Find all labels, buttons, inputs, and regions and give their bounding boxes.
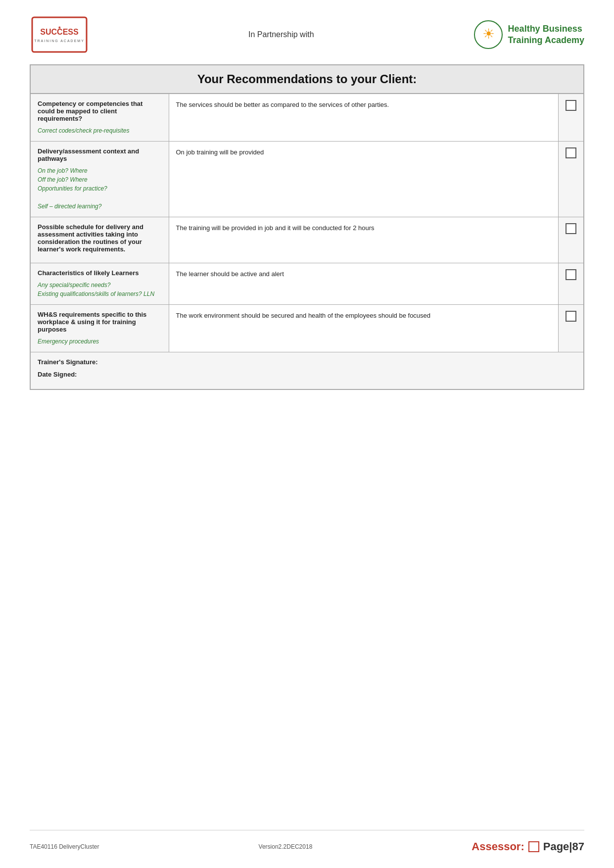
- success-logo: ★ SUCCESS TRAINING ACADEMY: [30, 15, 89, 54]
- assessor-block: Assessor: Page|87: [472, 840, 584, 853]
- row2-label-main: Delivery/assessment context and pathways: [38, 147, 162, 162]
- row1-checkbox-cell: [559, 94, 584, 142]
- row2-checkbox[interactable]: [566, 147, 576, 158]
- row1-label-sub: Correct codes/check pre-requisites: [38, 126, 162, 135]
- hbta-icon: ☀: [473, 20, 503, 49]
- page: ★ SUCCESS TRAINING ACADEMY In Partnershi…: [0, 0, 614, 868]
- row5-checkbox[interactable]: [566, 311, 576, 322]
- assessor-label: Assessor:: [472, 840, 524, 853]
- table-row: Delivery/assessment context and pathways…: [30, 142, 584, 217]
- row5-label-sub: Emergency procedures: [38, 337, 162, 346]
- row4-label-sub: Any special/specific needs? Existing qua…: [38, 281, 162, 298]
- row4-label-main: Characteristics of likely Learners: [38, 269, 162, 277]
- hbta-logo: ☀ Healthy Business Training Academy: [473, 20, 584, 49]
- row2-label: Delivery/assessment context and pathways…: [30, 142, 169, 217]
- row1-label: Competency or competencies that could be…: [30, 94, 169, 142]
- row1-content: The services should be better as compare…: [169, 94, 559, 142]
- row2-content: On job training will be provided: [169, 142, 559, 217]
- row5-label-main: WH&S requirements specific to this workp…: [38, 311, 162, 333]
- recommendations-table: Your Recommendations to your Client: Com…: [30, 64, 584, 390]
- table-row: WH&S requirements specific to this workp…: [30, 305, 584, 352]
- trainer-signature-label: Trainer's Signature:: [38, 358, 576, 366]
- table-row: Competency or competencies that could be…: [30, 94, 584, 142]
- footer: TAE40116 DeliveryCluster Version2.2DEC20…: [30, 830, 584, 853]
- row3-label-main: Possible schedule for delivery and asses…: [38, 223, 162, 253]
- footer-page-label: Page|87: [543, 840, 584, 853]
- table-title-row: Your Recommendations to your Client:: [30, 65, 584, 94]
- footer-version: Version2.2DEC2018: [259, 843, 313, 850]
- table-row: Characteristics of likely Learners Any s…: [30, 263, 584, 305]
- header-left: ★ SUCCESS TRAINING ACADEMY: [30, 15, 89, 54]
- row2-checkbox-cell: [559, 142, 584, 217]
- hbta-brand-name: Healthy Business Training Academy: [508, 23, 584, 47]
- svg-text:TRAINING ACADEMY: TRAINING ACADEMY: [34, 39, 85, 43]
- row5-content: The work environment should be secured a…: [169, 305, 559, 352]
- svg-text:☀: ☀: [482, 26, 494, 42]
- table-title: Your Recommendations to your Client:: [30, 65, 584, 94]
- row4-label: Characteristics of likely Learners Any s…: [30, 263, 169, 305]
- row2-label-sub: On the job? Where Off the job? Where Opp…: [38, 166, 162, 211]
- svg-text:SUCCESS: SUCCESS: [40, 28, 79, 36]
- row1-label-main: Competency or competencies that could be…: [38, 100, 162, 122]
- row3-content: The training will be provided in job and…: [169, 217, 559, 263]
- row4-content: The learner should be active and alert: [169, 263, 559, 305]
- row4-checkbox[interactable]: [566, 269, 576, 280]
- footer-course-code: TAE40116 DeliveryCluster: [30, 843, 99, 850]
- row3-checkbox-cell: [559, 217, 584, 263]
- row5-label: WH&S requirements specific to this workp…: [30, 305, 169, 352]
- header: ★ SUCCESS TRAINING ACADEMY In Partnershi…: [30, 15, 584, 54]
- row1-checkbox[interactable]: [566, 100, 576, 111]
- page-spacer: [30, 400, 584, 830]
- assessor-checkbox[interactable]: [528, 841, 539, 852]
- table-row: Possible schedule for delivery and asses…: [30, 217, 584, 263]
- row4-checkbox-cell: [559, 263, 584, 305]
- partnership-text: In Partnership with: [248, 30, 314, 39]
- row3-label: Possible schedule for delivery and asses…: [30, 217, 169, 263]
- signature-cell: Trainer's Signature: Date Signed:: [30, 352, 584, 390]
- row5-checkbox-cell: [559, 305, 584, 352]
- row3-checkbox[interactable]: [566, 223, 576, 234]
- signature-row: Trainer's Signature: Date Signed:: [30, 352, 584, 390]
- date-signed-label: Date Signed:: [38, 371, 576, 378]
